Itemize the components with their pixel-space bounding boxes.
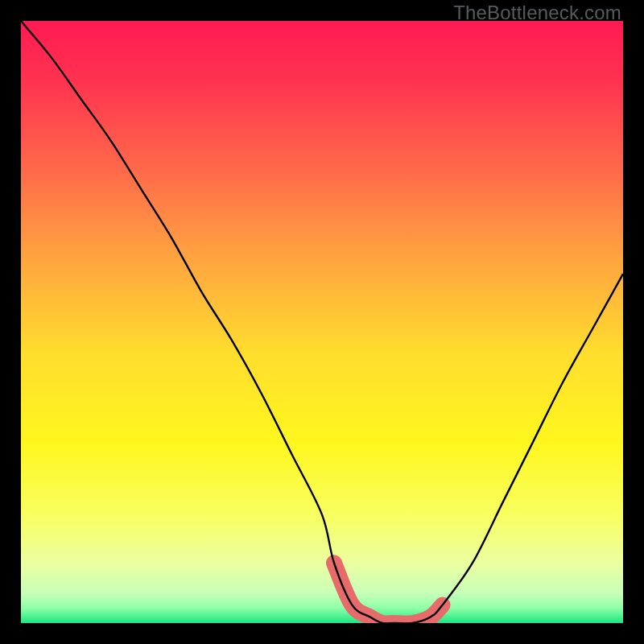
svg-rect-0	[21, 21, 623, 623]
gradient-background	[21, 21, 623, 623]
outer-frame: TheBottleneck.com	[0, 0, 644, 644]
plot-area	[21, 21, 623, 623]
watermark-text: TheBottleneck.com	[453, 2, 621, 24]
